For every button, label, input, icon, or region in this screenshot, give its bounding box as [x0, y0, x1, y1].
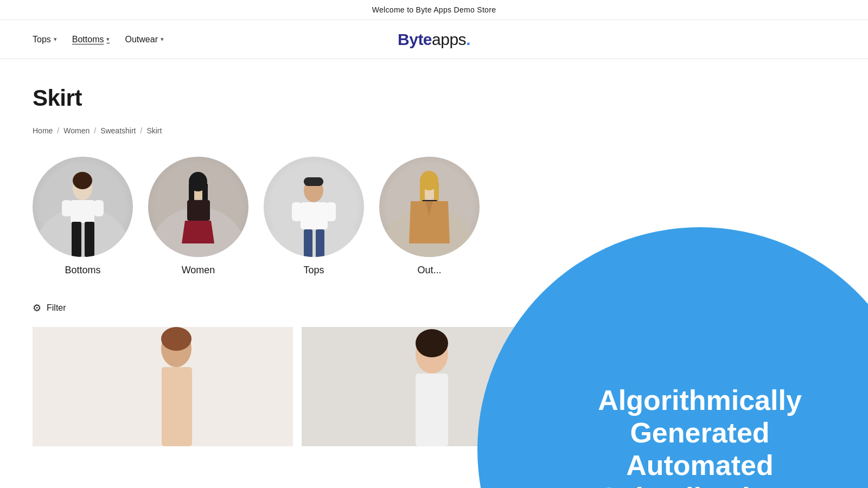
breadcrumb: Home / Women / Sweatshirt / Skirt	[33, 126, 835, 135]
svg-rect-5	[94, 200, 104, 216]
collection-item-bottoms[interactable]: Bottoms	[33, 157, 133, 276]
svg-rect-22	[316, 229, 324, 257]
logo-regular: apps	[432, 30, 466, 48]
svg-rect-32	[162, 367, 192, 446]
svg-rect-17	[304, 177, 323, 186]
svg-rect-3	[71, 200, 94, 223]
svg-rect-7	[85, 222, 94, 257]
chevron-down-icon: ▾	[54, 36, 57, 43]
logo-dot: .	[466, 30, 470, 48]
svg-rect-19	[292, 202, 302, 221]
promo-circle: Algorithmically Generated Automated Subc…	[477, 227, 868, 488]
collection-image-outwear	[379, 157, 480, 257]
announcement-bar: Welcome to Byte Apps Demo Store	[0, 0, 868, 20]
nav-item-tops[interactable]: Tops ▾	[33, 33, 57, 47]
breadcrumb-current: Skirt	[146, 126, 162, 135]
promo-text: Algorithmically Generated Automated Subc…	[548, 352, 852, 488]
breadcrumb-sep-2: /	[94, 126, 96, 135]
nav-outwear-label: Outwear	[125, 35, 157, 44]
chevron-down-icon: ▾	[106, 36, 110, 43]
svg-point-35	[416, 329, 448, 357]
collections-row: Bottoms Women	[33, 157, 835, 276]
page-title: Skirt	[33, 85, 835, 111]
breadcrumb-home[interactable]: Home	[33, 126, 53, 135]
svg-point-31	[161, 327, 192, 351]
collection-label-outwear: Out...	[417, 265, 441, 276]
site-logo[interactable]: Byteapps.	[398, 30, 470, 49]
svg-point-2	[73, 172, 92, 189]
collection-image-bottoms	[33, 157, 133, 257]
svg-rect-4	[62, 200, 72, 216]
svg-rect-21	[304, 229, 312, 257]
announcement-text: Welcome to Byte Apps Demo Store	[372, 5, 496, 14]
collection-label-bottoms: Bottoms	[65, 265, 100, 276]
svg-rect-13	[187, 200, 210, 221]
svg-rect-36	[416, 374, 448, 446]
collection-circle-bottoms	[33, 157, 133, 257]
nav-item-outwear[interactable]: Outwear ▾	[125, 33, 163, 47]
collection-item-outwear[interactable]: Out...	[379, 157, 480, 276]
breadcrumb-sweatshirt[interactable]: Sweatshirt	[100, 126, 136, 135]
product-card-1[interactable]	[33, 327, 293, 446]
navigation: Tops ▾ Bottoms ▾ Outwear ▾ Byteapps.	[0, 20, 868, 59]
collection-circle-tops	[264, 157, 364, 257]
breadcrumb-women[interactable]: Women	[63, 126, 90, 135]
svg-rect-18	[301, 202, 328, 229]
nav-links: Tops ▾ Bottoms ▾ Outwear ▾	[33, 33, 164, 47]
collection-image-women	[148, 157, 248, 257]
collection-item-tops[interactable]: Tops	[264, 157, 364, 276]
breadcrumb-sep-3: /	[140, 126, 142, 135]
collection-circle-outwear	[379, 157, 480, 257]
collection-item-women[interactable]: Women	[148, 157, 248, 276]
main-content: Skirt Home / Women / Sweatshirt / Skirt	[0, 59, 868, 446]
collection-image-tops	[264, 157, 364, 257]
promo-line3: Subcollections	[599, 482, 800, 488]
svg-rect-6	[72, 222, 81, 257]
nav-bottoms-label: Bottoms	[72, 35, 104, 44]
promo-line2: Generated Automated	[626, 417, 774, 481]
collection-circle-women	[148, 157, 248, 257]
filter-label: Filter	[47, 303, 66, 313]
nav-tops-label: Tops	[33, 35, 51, 44]
breadcrumb-sep-1: /	[57, 126, 59, 135]
svg-rect-20	[326, 202, 336, 221]
nav-item-bottoms[interactable]: Bottoms ▾	[72, 33, 110, 47]
collection-label-tops: Tops	[303, 265, 324, 276]
logo-bold: Byte	[398, 30, 432, 48]
product-image-1	[33, 327, 293, 446]
filter-icon: ⚙	[33, 302, 41, 314]
collection-label-women: Women	[182, 265, 215, 276]
promo-line1: Algorithmically	[598, 384, 802, 416]
chevron-down-icon: ▾	[161, 36, 164, 43]
